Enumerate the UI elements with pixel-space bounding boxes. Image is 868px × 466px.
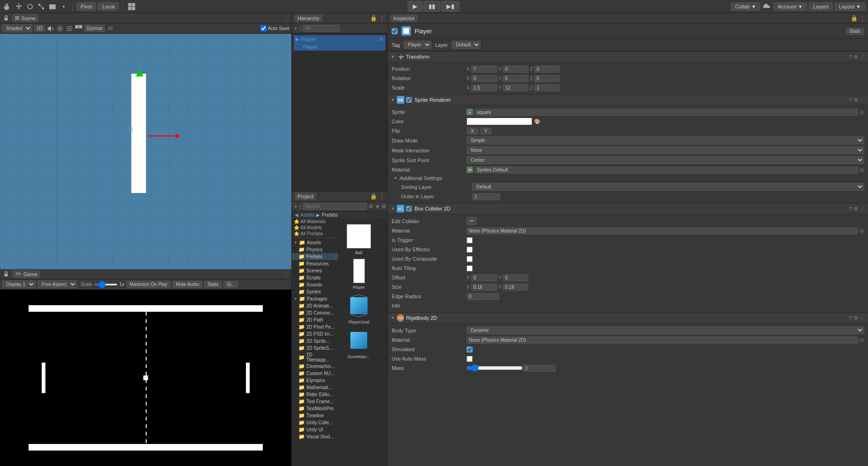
flip-y-button[interactable]: Y [480,128,492,135]
rb-settings-icon[interactable]: ⚙ [853,315,858,321]
hierarchy-item-player-child[interactable]: Player [294,43,386,51]
tree-2d-pixel[interactable]: 📁2D Pixel Pe... [292,323,338,331]
tree-custom-nunit[interactable]: 📁Custom NU... [292,370,338,377]
pos-y-input[interactable] [503,66,528,73]
rb-help-icon[interactable]: ? [849,315,852,321]
pos-x-input[interactable] [471,66,497,73]
grid-icon[interactable] [127,2,136,11]
inspector-menu-icon[interactable]: ⋮ [860,15,865,22]
sprite-renderer-enabled-checkbox[interactable] [406,97,412,103]
sc-x-input[interactable] [471,84,497,91]
sprite-sort-point-select[interactable]: Center [467,156,864,164]
pos-z-input[interactable] [534,66,560,73]
static-button[interactable]: Static [846,28,864,35]
transform-header[interactable]: ▼ Transform ? ⚙ ⋮ [388,51,868,62]
sprite-target-icon[interactable]: ◎ [860,109,864,115]
maximize-on-play-button[interactable]: Maximize On Play [126,281,171,288]
aspect-select[interactable]: Free Aspect [37,280,77,288]
project-lock-icon[interactable]: 🔒 [370,193,377,200]
project-fav-all-models[interactable]: ⭐ All Models [292,225,338,231]
additional-settings-header[interactable]: ▼ Additional Settings [392,174,864,182]
tree-2d-sprite[interactable]: 📁2D Sprite... [292,338,338,345]
tree-textmeshpro[interactable]: 📁TextMeshPro [292,405,338,412]
pivot-button[interactable]: Pivot [76,2,96,11]
used-by-composite-checkbox[interactable] [467,256,473,262]
tree-2d-common[interactable]: 📁2D Commo... [292,309,338,316]
move-tool-icon[interactable] [14,2,23,11]
auto-save-checkbox[interactable] [260,25,267,31]
gameobject-active-checkbox[interactable] [392,28,398,34]
bc-settings-icon[interactable]: ⚙ [853,206,858,212]
2d-toggle[interactable]: 2D [34,25,45,32]
game-lock-icon[interactable] [3,271,9,278]
sprite-input[interactable] [475,109,858,116]
tree-assets[interactable]: ▼ 📁 Assets [292,239,338,246]
mass-slider[interactable] [467,364,523,372]
order-in-layer-input[interactable] [472,193,500,200]
sprite-renderer-header[interactable]: ▼ SR Sprite Renderer ? ⚙ ⋮ [388,94,868,105]
tree-cinemachine[interactable]: 📁Cinemachin... [292,363,338,370]
tree-rider[interactable]: 📁Rider Edito... [292,391,338,398]
draw-mode-select[interactable]: Simple [467,136,864,144]
play-button[interactable]: ▶ [408,1,423,12]
project-filter-icon[interactable]: ⚙ [369,203,373,210]
scene-grid2-icon[interactable] [75,24,82,33]
tree-packages[interactable]: ▼ 📁 Packages [292,295,338,302]
tree-2d-tilemap[interactable]: 📁2D Tilemapp... [292,352,338,363]
mask-interaction-select[interactable]: None [467,146,864,154]
rb-menu-icon[interactable]: ⋮ [860,315,865,321]
scale-slider[interactable] [94,284,118,286]
hierarchy-settings-icon[interactable]: ⚙ [379,36,384,42]
box-collider-header[interactable]: ▼ BC Box Collider 2D ? ⚙ ⋮ [388,203,868,214]
sorting-layer-select[interactable]: Default [472,183,864,191]
gizmos-game-button[interactable]: Gi... [223,281,238,288]
collab-button[interactable]: Collab ▼ [731,2,760,11]
shading-mode-select[interactable]: Shaded [2,24,32,32]
asset-ball[interactable]: Ball [342,222,375,255]
offset-x-input[interactable] [471,274,497,281]
inspector-tab[interactable]: Inspector [391,15,417,22]
material-bc-target[interactable]: ◎ [860,228,864,234]
tree-mathematics[interactable]: 📁Mathemati... [292,384,338,391]
asset-player[interactable]: Player [342,257,375,290]
tree-test-framework[interactable]: 📁Test Frame... [292,398,338,405]
hierarchy-tab[interactable]: Hierarchy [295,15,322,22]
color-swatch[interactable] [467,118,532,125]
project-tab[interactable]: Project [295,193,316,200]
use-auto-mass-checkbox[interactable] [467,356,473,362]
sc-y-input[interactable] [503,84,528,91]
hierarchy-menu-icon[interactable]: ⋮ [379,15,385,22]
asset-scoreman[interactable]: ScoreMan... [342,326,375,359]
scene-tab[interactable]: ⊞ Scene [12,14,38,22]
effects-icon[interactable] [56,24,64,33]
sc-z-input[interactable] [534,84,560,91]
scene-selection-handle[interactable] [129,128,133,131]
pause-button[interactable]: ▮▮ [423,1,440,12]
body-type-select[interactable]: Dynamic [467,326,864,334]
inspector-lock-icon[interactable]: 🔒 [851,15,858,22]
project-menu-icon[interactable]: ⋮ [379,193,385,200]
material-bc-input[interactable] [467,227,858,234]
offset-y-input[interactable] [503,274,528,281]
rot-y-input[interactable] [503,75,528,82]
size-x-input[interactable] [471,284,497,291]
rot-x-input[interactable] [471,75,497,82]
tree-scripts[interactable]: 📁Scripts [292,274,338,281]
audio-icon[interactable] [47,24,54,33]
tree-unity-collab[interactable]: 📁Unity Colle... [292,419,338,426]
scene-panel-menu[interactable]: ⋮ [283,15,289,21]
tree-resources[interactable]: 📁Resources [292,260,338,267]
bc-help-icon[interactable]: ? [849,206,852,212]
tree-sprites[interactable]: 📁Sprites [292,288,338,295]
rot-z-input[interactable] [534,75,560,82]
tree-2d-spriteshape[interactable]: 📁2D SpriteS... [292,345,338,352]
scene-options-icon[interactable] [66,24,73,33]
tree-timeline[interactable]: 📁Timeline [292,412,338,419]
project-add-icon[interactable]: + [294,203,297,210]
project-view-icon[interactable]: ⊞ [382,203,386,210]
simulated-checkbox[interactable] [467,346,473,353]
sr-settings-icon[interactable]: ⚙ [853,97,858,103]
material-sr-input[interactable] [475,166,858,173]
sr-menu-icon[interactable]: ⋮ [860,97,865,103]
transform-tool-icon[interactable] [59,2,68,11]
